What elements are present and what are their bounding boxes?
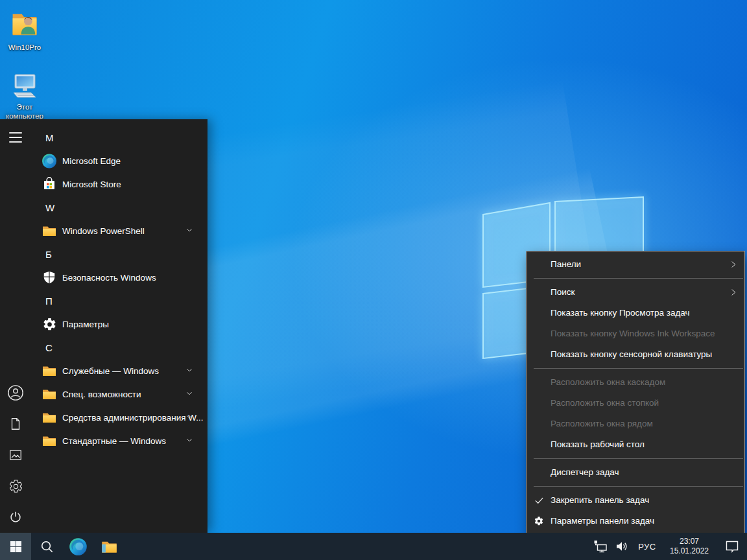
action-center-button[interactable]: [717, 533, 747, 560]
desktop-icon-label: Win10Pro: [8, 43, 42, 52]
menu-item-toolbars[interactable]: Панели: [527, 254, 744, 275]
start-menu: M Microsoft Edge: [0, 119, 208, 533]
folder-item-system-windows[interactable]: Служебные — Windows: [31, 359, 208, 382]
section-header-Б[interactable]: Б: [31, 242, 208, 266]
section-letter: С: [45, 342, 53, 353]
settings-button[interactable]: [0, 471, 31, 502]
menu-item-show-touch-keyboard-button[interactable]: Показать кнопку сенсорной клавиатуры: [527, 344, 744, 365]
chevron-down-icon[interactable]: [185, 435, 193, 447]
menu-item-taskbar-settings[interactable]: Параметры панели задач: [527, 511, 744, 531]
system-tray: РУС 23:07 15.01.2022: [590, 533, 747, 560]
submenu-arrow-icon: [729, 260, 738, 269]
volume-tray-button[interactable]: [611, 533, 633, 560]
desktop-icon-this-pc[interactable]: Этот компьютер: [0, 70, 49, 121]
expand-menu-button[interactable]: [0, 122, 31, 153]
section-letter: M: [45, 132, 54, 143]
store-bag-icon: [42, 176, 57, 192]
start-button[interactable]: [0, 533, 31, 560]
hamburger-icon: [9, 132, 22, 143]
action-center-icon: [724, 539, 740, 554]
search-button[interactable]: [31, 533, 62, 560]
section-letter: П: [45, 296, 53, 307]
folder-label: Стандартные — Windows: [62, 436, 166, 446]
clock-date: 15.01.2022: [670, 546, 709, 556]
menu-separator: [534, 278, 743, 279]
folder-item-windows-powershell[interactable]: Windows PowerShell: [31, 219, 208, 242]
section-letter: Б: [45, 249, 52, 260]
app-label: Параметры: [62, 320, 109, 329]
folder-icon: [42, 410, 57, 425]
section-header-M[interactable]: M: [31, 126, 208, 149]
app-item-microsoft-store[interactable]: Microsoft Store: [31, 172, 208, 196]
folder-item-accessibility[interactable]: Спец. возможности: [31, 382, 208, 406]
menu-separator: [534, 458, 743, 459]
folder-icon: [42, 386, 57, 402]
folder-label: Спец. возможности: [62, 390, 141, 399]
folder-item-accessories-windows[interactable]: Стандартные — Windows: [31, 429, 208, 452]
search-icon: [40, 539, 54, 554]
edge-logo-icon: [69, 537, 88, 556]
menu-item-stack-windows: Расположить окна стопкой: [527, 393, 744, 414]
gear-icon: [8, 479, 23, 494]
menu-item-show-ink-workspace-button: Показать кнопку Windows Ink Workspace: [527, 323, 744, 344]
app-label: Безопасность Windows: [62, 273, 156, 283]
file-explorer-icon: [101, 538, 118, 555]
language-indicator[interactable]: РУС: [633, 533, 661, 560]
menu-item-show-task-view-button[interactable]: Показать кнопку Просмотра задач: [527, 303, 744, 323]
start-menu-app-list: M Microsoft Edge: [31, 126, 208, 452]
section-header-С[interactable]: С: [31, 336, 208, 359]
menu-item-search[interactable]: Поиск: [527, 282, 744, 303]
clock-time: 23:07: [680, 537, 699, 546]
folder-label: Windows PowerShell: [62, 226, 145, 236]
pictures-icon: [8, 448, 23, 462]
documents-button[interactable]: [0, 408, 31, 439]
network-tray-button[interactable]: [590, 533, 611, 560]
folder-item-admin-tools[interactable]: Средства администрирования W...: [31, 406, 208, 429]
folder-icon: [42, 223, 57, 239]
user-account-button[interactable]: [0, 377, 31, 408]
pictures-button[interactable]: [0, 439, 31, 471]
app-item-windows-security[interactable]: Безопасность Windows: [31, 266, 208, 289]
taskbar-context-menu: Панели Поиск Показать кнопку Просмотра з…: [526, 251, 745, 535]
user-icon: [7, 384, 24, 401]
computer-icon: [8, 70, 41, 101]
chevron-down-icon[interactable]: [185, 365, 193, 377]
windows-logo-icon: [10, 541, 21, 552]
desktop-icon-label: Этот компьютер: [0, 102, 49, 121]
section-header-П[interactable]: П: [31, 289, 208, 312]
section-header-W[interactable]: W: [31, 196, 208, 219]
taskbar: РУС 23:07 15.01.2022: [0, 533, 747, 560]
checkmark-icon: [534, 495, 545, 506]
menu-separator: [534, 368, 743, 369]
folder-label: Средства администрирования W...: [62, 413, 204, 423]
gear-icon: [42, 316, 57, 332]
chevron-down-icon[interactable]: [185, 388, 193, 400]
windows-desktop: Win10Pro Этот компьютер: [0, 0, 747, 560]
desktop-icon-win10pro[interactable]: Win10Pro: [0, 8, 49, 52]
clock[interactable]: 23:07 15.01.2022: [661, 533, 717, 560]
app-item-settings[interactable]: Параметры: [31, 312, 208, 336]
volume-icon: [614, 539, 630, 554]
document-icon: [8, 417, 23, 431]
app-label: Microsoft Store: [62, 180, 121, 189]
taskbar-edge-button[interactable]: [62, 533, 93, 560]
chevron-down-icon[interactable]: [185, 225, 193, 237]
network-icon: [593, 539, 608, 554]
menu-item-task-manager[interactable]: Диспетчер задач: [527, 462, 744, 483]
menu-item-cascade-windows: Расположить окна каскадом: [527, 372, 744, 393]
menu-item-side-by-side-windows: Расположить окна рядом: [527, 414, 744, 434]
taskbar-file-explorer-button[interactable]: [93, 533, 124, 560]
app-item-microsoft-edge[interactable]: Microsoft Edge: [31, 149, 208, 172]
folder-label: Служебные — Windows: [62, 366, 159, 376]
chevron-down-icon[interactable]: [185, 412, 193, 423]
folder-icon: [42, 433, 57, 449]
edge-logo-icon: [42, 153, 57, 169]
submenu-arrow-icon: [729, 288, 738, 297]
power-button[interactable]: [0, 502, 31, 533]
folder-icon: [42, 363, 57, 379]
menu-item-show-desktop[interactable]: Показать рабочий стол: [527, 434, 744, 455]
gear-icon: [534, 516, 544, 526]
menu-item-lock-taskbar[interactable]: Закрепить панель задач: [527, 490, 744, 511]
start-menu-rail: [0, 119, 31, 533]
user-folder-icon: [8, 8, 42, 41]
